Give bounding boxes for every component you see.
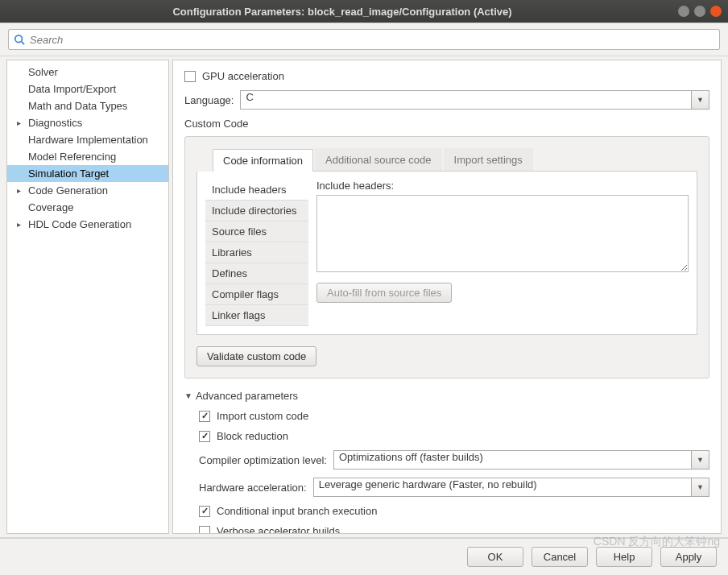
help-button[interactable]: Help xyxy=(596,547,652,567)
custom-code-box: Code information Additional source code … xyxy=(184,136,709,379)
vtab-include-directories[interactable]: Include directories xyxy=(205,201,308,221)
tab-import-settings[interactable]: Import settings xyxy=(444,148,533,171)
custom-code-label: Custom Code xyxy=(184,118,709,130)
search-icon xyxy=(14,34,25,45)
tab-code-information[interactable]: Code information xyxy=(213,149,313,172)
main-panel: GPU acceleration Language: C ▼ Custom Co… xyxy=(172,60,722,534)
include-headers-textarea[interactable] xyxy=(316,195,689,272)
include-headers-label: Include headers: xyxy=(316,180,689,192)
sidebar-item-coverage[interactable]: Coverage xyxy=(7,199,168,216)
close-icon[interactable] xyxy=(710,6,722,17)
compiler-opt-label: Compiler optimization level: xyxy=(199,454,327,466)
vtab-include-headers[interactable]: Include headers xyxy=(205,180,308,201)
search-input[interactable] xyxy=(30,34,714,46)
sidebar-item-data-import-export[interactable]: Data Import/Export xyxy=(7,81,168,97)
language-select[interactable]: C xyxy=(240,90,692,110)
footer: OK Cancel Help Apply xyxy=(0,538,728,575)
block-reduction-checkbox[interactable] xyxy=(199,431,210,442)
chevron-right-icon: ▸ xyxy=(17,118,21,127)
dropdown-arrow-icon[interactable]: ▼ xyxy=(692,478,709,497)
sidebar-item-diagnostics[interactable]: ▸Diagnostics xyxy=(7,114,168,131)
verbose-label: Verbose accelerator builds xyxy=(217,525,340,534)
vtab-linker-flags[interactable]: Linker flags xyxy=(205,305,308,326)
vtab-defines[interactable]: Defines xyxy=(205,263,308,284)
sidebar-item-math-data-types[interactable]: Math and Data Types xyxy=(7,97,168,114)
dropdown-arrow-icon[interactable]: ▼ xyxy=(692,450,709,470)
chevron-right-icon: ▸ xyxy=(17,220,21,229)
cond-input-checkbox[interactable] xyxy=(199,506,210,517)
cancel-button[interactable]: Cancel xyxy=(532,547,588,567)
block-reduction-label: Block reduction xyxy=(217,430,288,442)
import-custom-label: Import custom code xyxy=(217,410,308,422)
window-controls xyxy=(678,6,722,17)
vtab-libraries[interactable]: Libraries xyxy=(205,242,308,263)
autofill-button[interactable]: Auto-fill from source files xyxy=(316,283,452,303)
vtab-content: Include headers: Auto-fill from source f… xyxy=(316,180,689,326)
dropdown-arrow-icon[interactable]: ▼ xyxy=(692,90,709,110)
apply-button[interactable]: Apply xyxy=(660,547,717,567)
validate-custom-code-button[interactable]: Validate custom code xyxy=(196,346,316,366)
hw-accel-select[interactable]: Leverage generic hardware (Faster, no re… xyxy=(313,478,692,497)
titlebar: Configuration Parameters: block_read_ima… xyxy=(0,0,728,23)
tab-additional-source[interactable]: Additional source code xyxy=(315,148,442,171)
chevron-down-icon: ▼ xyxy=(184,391,192,400)
vtab-compiler-flags[interactable]: Compiler flags xyxy=(205,284,308,305)
language-label: Language: xyxy=(184,94,234,106)
cond-input-label: Conditional input branch execution xyxy=(217,505,377,517)
compiler-opt-select[interactable]: Optimizations off (faster builds) xyxy=(333,450,692,470)
gpu-checkbox[interactable] xyxy=(184,71,196,82)
vertical-tabs: Include headers Include directories Sour… xyxy=(205,180,308,326)
sidebar-item-solver[interactable]: Solver xyxy=(7,64,168,81)
verbose-checkbox[interactable] xyxy=(199,526,210,535)
search-box[interactable] xyxy=(8,29,720,50)
tab-panel: Include headers Include directories Sour… xyxy=(196,172,697,335)
svg-point-0 xyxy=(15,35,23,43)
sidebar-item-model-referencing[interactable]: Model Referencing xyxy=(7,148,168,165)
vtab-source-files[interactable]: Source files xyxy=(205,221,308,242)
chevron-right-icon: ▸ xyxy=(17,186,21,195)
sidebar: Solver Data Import/Export Math and Data … xyxy=(6,60,169,534)
import-custom-checkbox[interactable] xyxy=(199,411,210,422)
maximize-icon[interactable] xyxy=(694,6,705,17)
sidebar-item-code-generation[interactable]: ▸Code Generation xyxy=(7,182,168,199)
advanced-header[interactable]: ▼ Advanced parameters xyxy=(184,390,709,402)
window-title: Configuration Parameters: block_read_ima… xyxy=(6,6,678,18)
gpu-label: GPU acceleration xyxy=(202,70,284,82)
sidebar-item-hdl-code-generation[interactable]: ▸HDL Code Generation xyxy=(7,216,168,233)
sidebar-item-simulation-target[interactable]: Simulation Target xyxy=(7,165,168,182)
ok-button[interactable]: OK xyxy=(467,547,523,567)
hw-accel-label: Hardware acceleration: xyxy=(199,482,307,494)
sidebar-item-hardware-impl[interactable]: Hardware Implementation xyxy=(7,131,168,148)
code-tabs: Code information Additional source code … xyxy=(213,148,697,172)
minimize-icon[interactable] xyxy=(678,6,689,17)
svg-line-1 xyxy=(22,42,25,45)
